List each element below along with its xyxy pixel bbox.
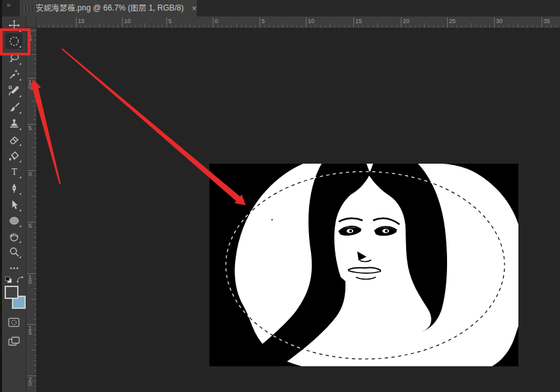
ruler-tick <box>32 101 36 102</box>
ellipse-shape-tool[interactable] <box>5 212 22 228</box>
ruler-label: 0 <box>215 18 218 24</box>
ruler-tick <box>447 17 448 28</box>
ruler-label: 15 <box>355 18 362 24</box>
ruler-tick <box>518 23 518 28</box>
ruler-tick <box>542 17 542 28</box>
ruler-tick <box>32 147 36 148</box>
ruler-tick <box>401 17 402 28</box>
magic-wand-tool[interactable] <box>5 66 22 82</box>
ruler-label: 10 <box>28 80 32 89</box>
photoshop-window: » 安妮海瑟薇.png @ 66.7% (图层 1, RGB/8) * × <box>0 0 560 392</box>
ruler-tick <box>32 247 36 248</box>
ruler-label: 10 <box>28 275 32 284</box>
ruler-label: 15 <box>28 326 32 335</box>
ruler-label: 10 <box>308 18 314 24</box>
document-image[interactable] <box>209 164 518 366</box>
ruler-label: 5 <box>168 18 172 24</box>
ruler-tick <box>213 17 213 28</box>
tools-panel: T <box>2 16 26 392</box>
ruler-label: 0 <box>28 172 32 177</box>
ruler-tick <box>32 196 36 197</box>
horizontal-ruler[interactable]: 1510505101520253035 <box>26 16 560 28</box>
ruler-tick <box>424 23 425 28</box>
ruler-label: 30 <box>496 18 503 24</box>
ruler-label: 15 <box>78 18 85 24</box>
ruler-tick <box>236 23 237 28</box>
panel-collapse-chevron[interactable]: » <box>7 1 10 9</box>
ruler-tick <box>353 17 354 28</box>
ruler-label: 35 <box>543 18 550 24</box>
svg-text:T: T <box>11 166 17 177</box>
path-selection-tool[interactable] <box>5 197 22 212</box>
ruler-label: 25 <box>449 18 456 24</box>
paint-bucket-tool[interactable] <box>5 148 22 164</box>
ruler-tick <box>99 23 100 28</box>
ruler-tick <box>190 23 190 28</box>
elliptical-marquee-tool[interactable] <box>5 33 22 49</box>
swap-colors-icon[interactable] <box>15 275 27 285</box>
ruler-label: 5 <box>262 18 265 24</box>
ruler-tick <box>32 350 36 350</box>
type-tool[interactable]: T <box>5 164 22 180</box>
vertical-ruler[interactable]: 1510505101520 <box>26 28 37 392</box>
ruler-tick <box>166 17 167 28</box>
portrait-artwork <box>209 164 518 366</box>
eraser-tool[interactable] <box>5 131 22 147</box>
hand-tool[interactable] <box>5 228 22 244</box>
ruler-tick <box>145 23 145 28</box>
tab-bar: » 安妮海瑟薇.png @ 66.7% (图层 1, RGB/8) * × <box>0 0 560 16</box>
ruler-tick <box>471 23 472 28</box>
lasso-tool[interactable] <box>5 50 22 66</box>
ruler-tick <box>76 17 77 28</box>
ruler-label: 5 <box>28 126 32 131</box>
ruler-tick <box>53 23 53 28</box>
ruler-label: 15 <box>28 32 32 42</box>
edit-toolbar-button[interactable] <box>5 260 22 276</box>
brush-tool[interactable] <box>5 99 22 115</box>
ruler-tick <box>260 17 260 28</box>
tab-close-icon[interactable]: × <box>192 4 197 13</box>
ruler-tick <box>122 17 123 28</box>
document-tab[interactable]: 安妮海瑟薇.png @ 66.7% (图层 1, RGB/8) * × <box>20 0 197 16</box>
ruler-tick <box>306 17 306 28</box>
pen-tool[interactable] <box>5 180 22 196</box>
ruler-label: 5 <box>28 224 32 228</box>
clone-stamp-tool[interactable] <box>5 115 22 131</box>
ruler-tick <box>377 23 378 28</box>
quick-mask-button[interactable] <box>6 315 22 332</box>
move-tool[interactable] <box>5 17 22 33</box>
document-tab-title: 安妮海瑟薇.png @ 66.7% (图层 1, RGB/8) * <box>36 3 186 14</box>
ruler-tick <box>283 23 283 28</box>
ruler-tick <box>32 54 36 55</box>
ruler-label: 20 <box>28 377 32 387</box>
eyedropper-tool[interactable] <box>5 82 22 98</box>
ruler-label: 20 <box>403 18 409 24</box>
ruler-tick <box>330 23 330 28</box>
ruler-corner <box>26 16 36 28</box>
ruler-tick <box>32 299 36 300</box>
foreground-color-swatch[interactable] <box>5 286 18 299</box>
zoom-tool[interactable] <box>5 244 22 259</box>
panel-grip <box>20 5 36 11</box>
screen-mode-button[interactable] <box>6 334 22 351</box>
ruler-label: 10 <box>124 18 131 24</box>
ruler-tick <box>494 17 495 28</box>
